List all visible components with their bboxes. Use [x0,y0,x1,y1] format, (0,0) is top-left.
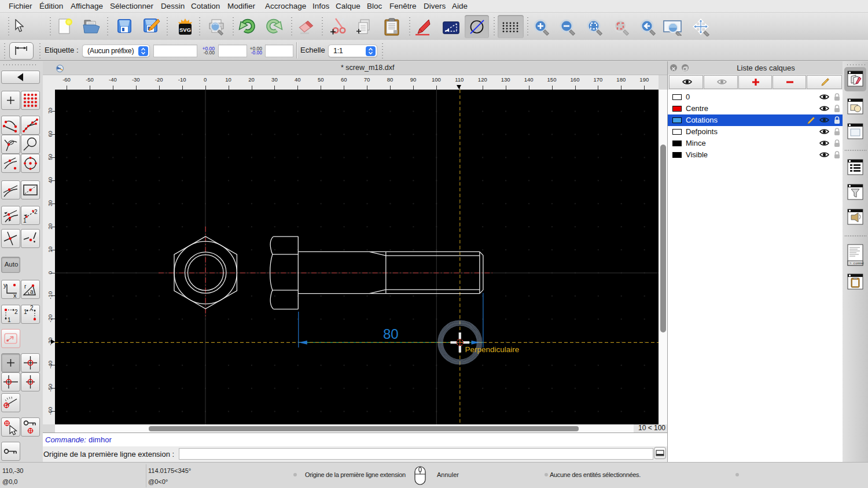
svg-text:a: a [30,289,34,295]
svg-text:x: x [13,292,17,298]
svg-text:1: 1 [23,217,27,224]
svg-text:y: y [3,282,7,289]
svg-text:> command: > command [849,261,864,265]
svg-text:2: 2 [34,209,38,215]
svg-text:1: 1 [8,317,11,323]
svg-text:1: 1 [24,309,27,315]
svg-text:SVG: SVG [179,27,191,33]
svg-text:80: 80 [383,326,399,342]
svg-text:Perpendiculaire: Perpendiculaire [465,345,520,354]
svg-text:2: 2 [30,305,34,311]
svg-text:2: 2 [14,309,18,315]
svg-text:r: r [24,283,27,290]
